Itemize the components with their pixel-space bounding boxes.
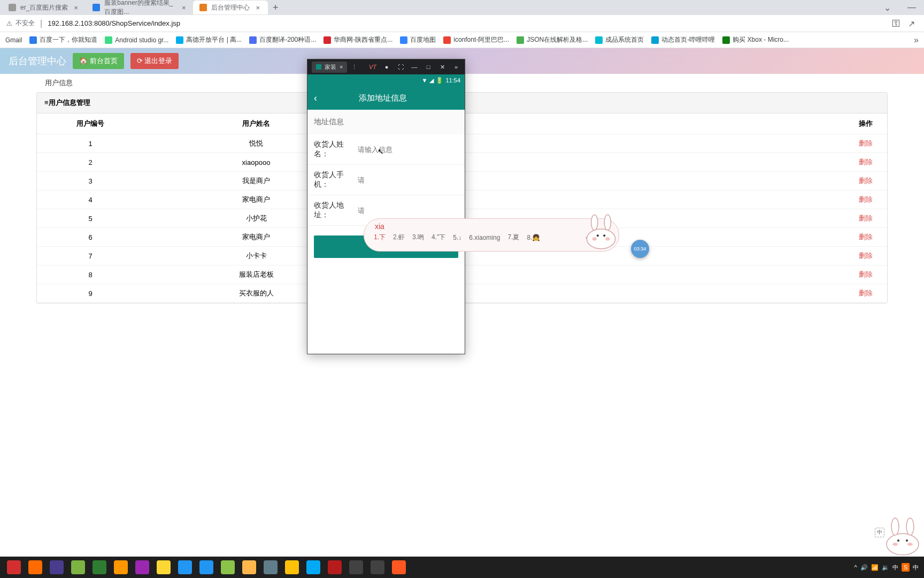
close-icon[interactable]: × bbox=[340, 64, 343, 70]
delete-link[interactable]: 删除 bbox=[859, 233, 873, 241]
ime-candidate[interactable]: 2.虾 bbox=[393, 233, 405, 242]
taskbar-app-icon[interactable] bbox=[303, 558, 324, 577]
fullscreen-icon[interactable]: ⛶ bbox=[396, 64, 405, 71]
browser-tab[interactable]: 服装banner的搜索结果_百度图... × bbox=[86, 1, 193, 14]
bookmarks-overflow-icon[interactable]: » bbox=[914, 35, 919, 45]
label-addr: 收货人地址： bbox=[314, 201, 358, 220]
taskbar-app-icon[interactable] bbox=[367, 558, 388, 577]
taskbar-app-icon[interactable] bbox=[47, 558, 67, 577]
taskbar-app-icon[interactable] bbox=[346, 558, 366, 577]
close-icon[interactable]: × bbox=[72, 4, 80, 11]
bookmark-item[interactable]: 百度翻译-200种语... bbox=[249, 35, 316, 44]
url-text[interactable]: 192.168.2.103:8080/ShopService/index.jsp bbox=[48, 19, 180, 27]
minimize-icon[interactable]: — bbox=[899, 0, 924, 15]
bookmark-item[interactable]: 高德开放平台 | 高... bbox=[176, 35, 242, 44]
taskbar-app-icon[interactable] bbox=[389, 558, 409, 577]
taskbar-app-icon[interactable] bbox=[239, 558, 259, 577]
status-time: 11:54 bbox=[445, 77, 460, 83]
window-menu-icon[interactable]: ⌄ bbox=[875, 0, 899, 15]
bookmark-item[interactable]: 动态首页-哔哩哔哩 bbox=[651, 35, 715, 44]
ime-candidate[interactable]: 8.👧 bbox=[527, 234, 540, 241]
tray-lang2[interactable]: 中 bbox=[913, 564, 919, 572]
security-indicator[interactable]: ⚠ 不安全 bbox=[6, 19, 35, 28]
tray-lang1[interactable]: 中 bbox=[892, 564, 898, 572]
desktop-mascot[interactable]: 中 bbox=[871, 515, 924, 556]
bookmark-item[interactable]: iconfont-阿里巴巴... bbox=[443, 35, 509, 44]
delete-link[interactable]: 删除 bbox=[859, 289, 873, 297]
taskbar-app-icon[interactable] bbox=[4, 558, 24, 577]
delete-link[interactable]: 删除 bbox=[859, 158, 873, 166]
delete-link[interactable]: 删除 bbox=[859, 139, 873, 147]
bookmark-gmail[interactable]: Gmail bbox=[5, 36, 22, 44]
cell-id: 3 bbox=[37, 172, 144, 191]
taskbar-app-icon[interactable] bbox=[25, 558, 45, 577]
svg-point-8 bbox=[891, 518, 899, 535]
taskbar-app-icon[interactable] bbox=[218, 558, 238, 577]
taskbar-app-icon[interactable] bbox=[282, 558, 302, 577]
bookmark-item[interactable]: 购买 Xbox - Micro... bbox=[722, 35, 789, 44]
emulator-titlebar[interactable]: 家装 × ⋮ VT ● ⛶ — □ ✕ » bbox=[307, 59, 465, 74]
ime-candidate-bar[interactable]: xia 1.下2.虾3.哟4."下5.↓6.xiaoming7.夏8.👧◀▶▾ bbox=[364, 218, 619, 252]
avatar-icon[interactable]: ● bbox=[382, 64, 391, 71]
expand-icon[interactable]: » bbox=[452, 64, 460, 71]
tray-volume-icon[interactable]: 🔉 bbox=[882, 564, 889, 571]
ime-candidate[interactable]: 5.↓ bbox=[453, 234, 461, 241]
minimize-icon[interactable]: — bbox=[410, 64, 419, 71]
tray-wifi-icon[interactable]: 🔊 bbox=[860, 564, 868, 571]
ime-candidate[interactable]: 6.xiaoming bbox=[469, 234, 500, 241]
input-name[interactable] bbox=[358, 146, 458, 154]
bookmark-item[interactable]: JSON在线解析及格... bbox=[517, 35, 588, 44]
taskbar-app-icon[interactable] bbox=[132, 558, 152, 577]
maximize-icon[interactable]: □ bbox=[424, 64, 433, 71]
taskbar-app-icon[interactable] bbox=[260, 558, 281, 577]
delete-link[interactable]: 删除 bbox=[859, 214, 873, 222]
bookmark-item[interactable]: 成品系统首页 bbox=[595, 35, 644, 44]
browser-tab-active[interactable]: 后台管理中心 × bbox=[193, 1, 268, 14]
home-button[interactable]: 🏠 前台首页 bbox=[73, 53, 124, 69]
taskbar-app-icon[interactable] bbox=[175, 558, 195, 577]
svg-point-12 bbox=[892, 543, 898, 546]
battery-icon: 🔋 bbox=[436, 77, 443, 84]
close-icon[interactable]: × bbox=[181, 4, 187, 11]
system-tray[interactable]: ^ 🔊 📶 🔉 中 S 中 bbox=[854, 563, 921, 572]
ime-candidate[interactable]: 1.下 bbox=[374, 233, 386, 242]
delete-link[interactable]: 删除 bbox=[859, 252, 873, 260]
bookmark-item[interactable]: 百度地图 bbox=[400, 35, 436, 44]
bookmark-item[interactable]: 华商网-陕西省重点... bbox=[324, 35, 392, 44]
timer-badge[interactable]: 03:34 bbox=[631, 240, 649, 258]
tab-title: 后台管理中心 bbox=[211, 3, 250, 12]
tray-network-icon[interactable]: 📶 bbox=[871, 564, 879, 571]
menu-icon[interactable]: ⋮ bbox=[351, 64, 357, 71]
logout-button[interactable]: ⟳ 退出登录 bbox=[130, 53, 179, 69]
close-icon[interactable]: ✕ bbox=[438, 64, 446, 71]
input-phone[interactable] bbox=[358, 176, 458, 184]
key-icon[interactable]: ⚿ bbox=[892, 19, 902, 28]
delete-link[interactable]: 删除 bbox=[859, 270, 873, 278]
tray-chevron-icon[interactable]: ^ bbox=[854, 564, 857, 571]
cell-id: 8 bbox=[37, 265, 144, 284]
browser-tab[interactable]: er_百度图片搜索 × bbox=[2, 1, 86, 14]
phone-app-header: ‹ 添加地址信息 bbox=[307, 86, 465, 110]
ime-candidate[interactable]: 4."下 bbox=[432, 233, 445, 242]
vt-icon[interactable]: VT bbox=[368, 64, 377, 71]
taskbar-app-icon[interactable] bbox=[89, 558, 110, 577]
taskbar-app-icon[interactable] bbox=[111, 558, 131, 577]
share-icon[interactable]: ↗ bbox=[908, 19, 918, 28]
delete-link[interactable]: 删除 bbox=[859, 177, 873, 185]
taskbar-app-icon[interactable] bbox=[325, 558, 345, 577]
taskbar-app-icon[interactable] bbox=[196, 558, 217, 577]
ime-candidate[interactable]: 7.夏 bbox=[507, 233, 519, 242]
bookmark-item[interactable]: Android studio gr... bbox=[105, 36, 168, 44]
bookmark-item[interactable]: 百度一下，你就知道 bbox=[29, 35, 97, 44]
svg-point-11 bbox=[906, 539, 908, 542]
close-icon[interactable]: × bbox=[254, 4, 261, 11]
taskbar-app-icon[interactable] bbox=[68, 558, 88, 577]
taskbar-app-icon[interactable] bbox=[153, 558, 174, 577]
new-tab-button[interactable]: + bbox=[268, 0, 283, 15]
delete-link[interactable]: 删除 bbox=[859, 195, 873, 203]
ime-candidate[interactable]: 3.哟 bbox=[412, 233, 424, 242]
input-addr[interactable] bbox=[358, 207, 458, 215]
tray-lang-icon[interactable]: S bbox=[902, 563, 910, 572]
emulator-tab[interactable]: 家装 × bbox=[312, 62, 347, 73]
svg-point-10 bbox=[897, 539, 899, 542]
